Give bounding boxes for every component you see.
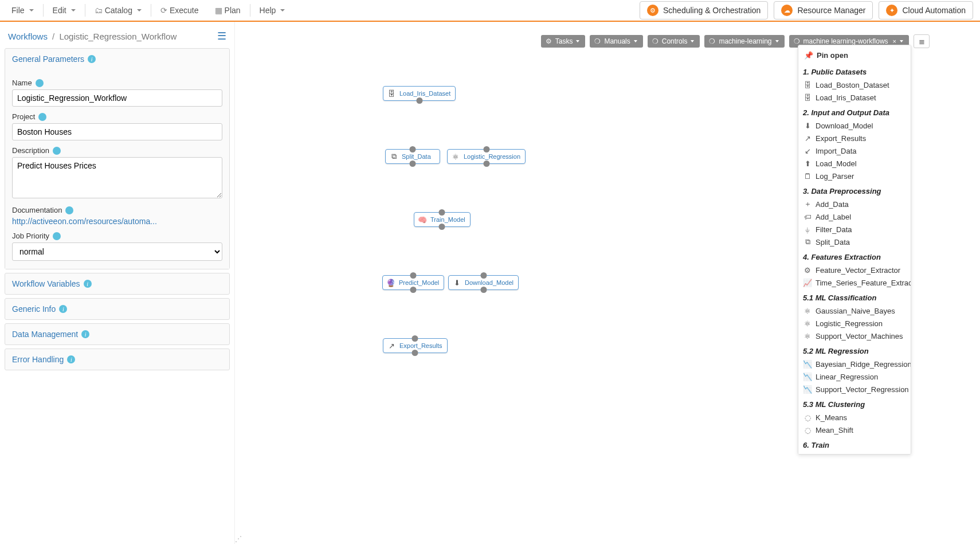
menu-plan[interactable]: ▦ Plan <box>207 6 249 15</box>
palette-item-add-data[interactable]: ＋Add_Data <box>803 198 906 210</box>
section-generic-info-header[interactable]: Generic Info i <box>5 299 229 319</box>
pin-open-toggle[interactable]: 📌 Pin open <box>803 50 906 63</box>
documentation-label-text: Documentation <box>12 206 62 214</box>
palette-item-load-model[interactable]: ⬆Load_Model <box>803 157 906 170</box>
palette-item-label: K_Means <box>816 413 847 422</box>
section-general-parameters-header[interactable]: General Parameters i <box>5 49 229 69</box>
menu-file[interactable]: File <box>3 6 42 15</box>
palette-item-lin[interactable]: 📉Linear_Regression <box>803 370 906 383</box>
palette-controls[interactable]: ❍ Controls <box>648 35 700 48</box>
breadcrumb-root[interactable]: Workflows <box>8 32 48 41</box>
info-icon[interactable]: i <box>53 232 61 240</box>
palette-item-fve[interactable]: ⚙Feature_Vector_Extractor <box>803 264 906 276</box>
palette-item-logreg[interactable]: ⚛Logistic_Regression <box>803 317 906 330</box>
palette-manuals[interactable]: ❍ Manuals <box>590 35 642 48</box>
output-port[interactable] <box>412 350 418 356</box>
section-data-management-header[interactable]: Data Management i <box>5 324 229 345</box>
list-view-icon[interactable]: ☰ <box>217 30 226 42</box>
node-logistic-regression[interactable]: ⚛ Logistic_Regression <box>447 149 526 164</box>
output-port[interactable] <box>483 161 489 167</box>
palette-heading-ml-clustering: 5.3 ML Clustering <box>803 400 906 409</box>
info-icon[interactable]: i <box>38 113 46 121</box>
section-error-handling-header[interactable]: Error Handling i <box>5 349 229 370</box>
app-cloud-automation[interactable]: ✦ Cloud Automation <box>879 1 973 19</box>
documentation-link[interactable]: http://activeeon.com/resources/automa... <box>12 217 157 226</box>
close-icon[interactable]: × <box>893 38 896 45</box>
palette-layers-button[interactable]: ≣ <box>914 34 930 48</box>
palette-item-gnb[interactable]: ⚛Gaussian_Naive_Bayes <box>803 304 906 317</box>
palette-item-import-data[interactable]: ↙Import_Data <box>803 144 906 157</box>
info-icon[interactable]: i <box>65 206 73 214</box>
palette-item-brr[interactable]: 📉Bayesian_Ridge_Regression <box>803 358 906 370</box>
chart-icon: 📉 <box>803 385 812 394</box>
palette-item-load-iris[interactable]: 🗄Load_Iris_Dataset <box>803 91 906 104</box>
section-data-management-title: Data Management <box>12 330 78 339</box>
folder-icon: 🗂 <box>95 6 103 15</box>
input-port[interactable] <box>410 272 417 279</box>
palette-item-download-model[interactable]: ⬇Download_Model <box>803 119 906 132</box>
palette-item-load-boston[interactable]: 🗄Load_Boston_Dataset <box>803 79 906 91</box>
layers-icon: ≣ <box>919 37 925 46</box>
menu-plan-label: Plan <box>225 6 241 15</box>
palette-item-svr[interactable]: 📉Support_Vector_Regression <box>803 383 906 396</box>
node-predict-model[interactable]: 🔮 Predict_Model <box>382 275 444 290</box>
panel-resize-handle[interactable]: ⋰ <box>235 535 240 543</box>
info-icon[interactable]: i <box>59 305 67 313</box>
app-scheduling[interactable]: ⚙ Scheduling & Orchestration <box>640 1 768 19</box>
palette-machine-learning[interactable]: ❍ machine-learning <box>704 35 784 48</box>
palette-item-tse[interactable]: 📈Time_Series_Feature_Extractor <box>803 276 906 289</box>
output-port[interactable] <box>439 224 445 230</box>
log-icon: 🗒 <box>803 171 812 181</box>
palette-item-split[interactable]: ⧉Split_Data <box>803 236 906 248</box>
app-resource-manager[interactable]: ☁ Resource Manager <box>774 1 873 19</box>
priority-select[interactable]: normal <box>12 242 222 261</box>
palette-tasks[interactable]: ⚙ Tasks <box>541 35 586 48</box>
info-icon[interactable]: i <box>81 330 89 338</box>
info-icon[interactable]: i <box>36 79 44 87</box>
palette-item-add-label[interactable]: 🏷Add_Label <box>803 210 906 223</box>
palette-item-meanshift[interactable]: ◌Mean_Shift <box>803 424 906 436</box>
node-export-results[interactable]: ↗ Export_Results <box>383 338 448 353</box>
palette-item-kmeans[interactable]: ◌K_Means <box>803 411 906 424</box>
palette-item-filter[interactable]: ⏚Filter_Data <box>803 223 906 236</box>
input-port[interactable] <box>410 146 416 152</box>
input-port[interactable] <box>483 146 489 152</box>
breadcrumb-current: Logistic_Regression_Workflow <box>59 32 177 41</box>
output-port[interactable] <box>410 287 417 293</box>
menu-catalog[interactable]: 🗂 Catalog <box>87 6 150 15</box>
menu-execute[interactable]: ⟳ Execute <box>152 6 207 15</box>
input-port[interactable] <box>412 335 418 342</box>
output-port[interactable] <box>410 161 416 167</box>
section-workflow-variables-header[interactable]: Workflow Variables i <box>5 273 229 294</box>
palette-item-svm[interactable]: ⚛Support_Vector_Machines <box>803 330 906 342</box>
input-port[interactable] <box>480 272 487 279</box>
project-input[interactable] <box>12 123 222 140</box>
model-icon: ⚛ <box>451 152 460 161</box>
palette-item-label: Bayesian_Ridge_Regression <box>816 360 911 369</box>
palette-item-label: Load_Boston_Dataset <box>816 81 889 89</box>
output-port[interactable] <box>416 97 422 104</box>
node-load-iris-dataset[interactable]: 🗄 Load_Iris_Dataset <box>383 86 456 101</box>
model-icon: ⚛ <box>803 306 812 315</box>
info-icon[interactable]: i <box>67 355 75 363</box>
workflow-canvas[interactable]: ⋰ ⚙ Tasks ❍ Manuals ❍ Controls ❍ machine… <box>235 22 980 544</box>
palette-item-label: Export_Results <box>816 134 866 143</box>
node-download-model[interactable]: ⬇ Download_Model <box>448 275 519 290</box>
info-icon[interactable]: i <box>88 55 96 63</box>
section-general-parameters: General Parameters i Name i Project i De… <box>5 48 230 269</box>
info-icon[interactable]: i <box>84 280 92 288</box>
output-port[interactable] <box>480 287 487 293</box>
info-icon[interactable]: i <box>53 147 61 155</box>
name-input[interactable] <box>12 89 222 107</box>
node-split-data[interactable]: ⧉ Split_Data <box>385 149 440 164</box>
menu-help[interactable]: Help <box>252 6 293 15</box>
description-input[interactable]: Predict Houses Prices <box>12 157 222 198</box>
section-error-handling: Error Handling i <box>5 349 230 370</box>
node-train-model[interactable]: 🧠 Train_Model <box>414 212 471 227</box>
split-icon: ⧉ <box>389 152 398 161</box>
palette-item-export-results[interactable]: ↗Export_Results <box>803 132 906 144</box>
calendar-icon: ▦ <box>215 6 222 15</box>
menu-edit[interactable]: Edit <box>45 6 84 15</box>
input-port[interactable] <box>439 209 445 216</box>
palette-item-log-parser[interactable]: 🗒Log_Parser <box>803 170 906 182</box>
